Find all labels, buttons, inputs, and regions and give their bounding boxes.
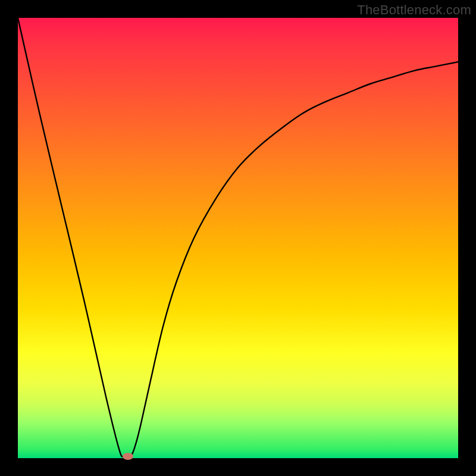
- bottleneck-curve: [18, 18, 458, 458]
- plot-area: [18, 18, 458, 458]
- minimum-marker: [123, 453, 133, 460]
- curve-svg: [18, 18, 458, 458]
- watermark-text: TheBottleneck.com: [357, 2, 471, 18]
- chart-container: TheBottleneck.com: [0, 0, 476, 476]
